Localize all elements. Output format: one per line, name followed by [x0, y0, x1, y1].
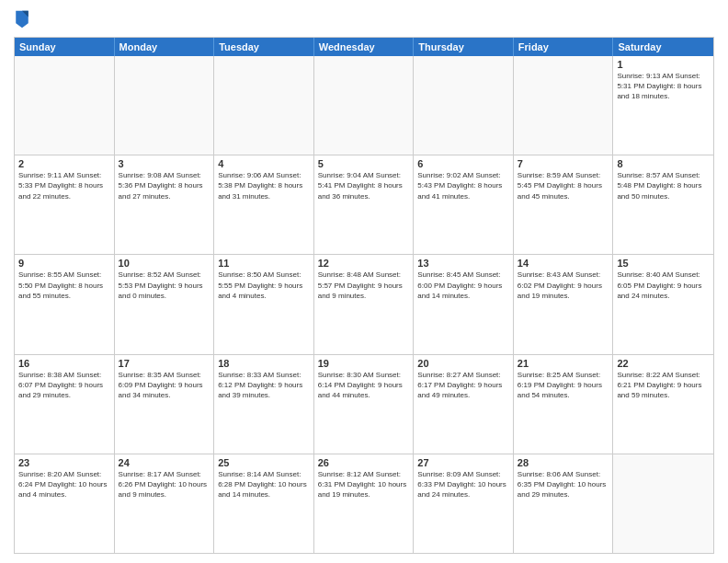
day-number: 19	[318, 358, 410, 369]
weekday-header-tuesday: Tuesday	[214, 38, 314, 56]
day-number: 21	[518, 358, 609, 369]
day-info: Sunrise: 8:52 AM Sunset: 5:53 PM Dayligh…	[119, 270, 210, 301]
calendar-row-1: 1Sunrise: 9:13 AM Sunset: 5:31 PM Daylig…	[15, 56, 713, 155]
calendar-day-18: 18Sunrise: 8:33 AM Sunset: 6:12 PM Dayli…	[214, 355, 314, 454]
day-number: 24	[119, 457, 210, 468]
day-info: Sunrise: 9:04 AM Sunset: 5:41 PM Dayligh…	[318, 170, 410, 201]
weekday-header-wednesday: Wednesday	[314, 38, 415, 56]
day-info: Sunrise: 8:27 AM Sunset: 6:17 PM Dayligh…	[417, 370, 509, 401]
day-info: Sunrise: 8:30 AM Sunset: 6:14 PM Dayligh…	[318, 370, 410, 401]
day-number: 13	[417, 258, 509, 269]
calendar-empty-cell	[314, 56, 415, 155]
weekday-header-thursday: Thursday	[414, 38, 514, 56]
calendar-day-3: 3Sunrise: 9:08 AM Sunset: 5:36 PM Daylig…	[115, 155, 215, 254]
day-info: Sunrise: 9:13 AM Sunset: 5:31 PM Dayligh…	[617, 71, 710, 102]
day-info: Sunrise: 8:48 AM Sunset: 5:57 PM Dayligh…	[318, 270, 410, 301]
calendar-day-5: 5Sunrise: 9:04 AM Sunset: 5:41 PM Daylig…	[314, 155, 415, 254]
calendar-day-14: 14Sunrise: 8:43 AM Sunset: 6:02 PM Dayli…	[514, 255, 614, 353]
day-number: 4	[218, 158, 310, 169]
day-info: Sunrise: 8:20 AM Sunset: 6:24 PM Dayligh…	[18, 469, 110, 500]
day-number: 1	[617, 59, 710, 70]
calendar-day-13: 13Sunrise: 8:45 AM Sunset: 6:00 PM Dayli…	[414, 255, 514, 353]
calendar-day-25: 25Sunrise: 8:14 AM Sunset: 6:28 PM Dayli…	[214, 454, 314, 553]
weekday-header-monday: Monday	[115, 38, 215, 56]
day-info: Sunrise: 8:25 AM Sunset: 6:19 PM Dayligh…	[518, 370, 609, 401]
calendar-row-5: 23Sunrise: 8:20 AM Sunset: 6:24 PM Dayli…	[15, 454, 713, 553]
day-number: 11	[218, 258, 310, 269]
calendar-day-9: 9Sunrise: 8:55 AM Sunset: 5:50 PM Daylig…	[15, 255, 115, 353]
calendar-day-28: 28Sunrise: 8:06 AM Sunset: 6:35 PM Dayli…	[514, 454, 614, 553]
day-number: 7	[518, 158, 609, 169]
day-info: Sunrise: 8:12 AM Sunset: 6:31 PM Dayligh…	[318, 469, 410, 500]
day-number: 28	[518, 457, 609, 468]
calendar-empty-cell	[15, 56, 115, 155]
calendar-day-22: 22Sunrise: 8:22 AM Sunset: 6:21 PM Dayli…	[613, 355, 713, 454]
day-info: Sunrise: 8:09 AM Sunset: 6:33 PM Dayligh…	[417, 469, 509, 500]
day-number: 9	[18, 258, 110, 269]
day-info: Sunrise: 8:50 AM Sunset: 5:55 PM Dayligh…	[218, 270, 310, 301]
day-number: 8	[617, 158, 710, 169]
calendar-row-3: 9Sunrise: 8:55 AM Sunset: 5:50 PM Daylig…	[15, 254, 713, 353]
day-number: 15	[617, 258, 710, 269]
day-number: 26	[318, 457, 410, 468]
day-number: 6	[417, 158, 509, 169]
calendar-day-1: 1Sunrise: 9:13 AM Sunset: 5:31 PM Daylig…	[613, 56, 713, 155]
day-number: 27	[417, 457, 509, 468]
day-info: Sunrise: 8:17 AM Sunset: 6:26 PM Dayligh…	[119, 469, 210, 500]
calendar-empty-cell	[514, 56, 614, 155]
weekday-header-friday: Friday	[514, 38, 614, 56]
day-info: Sunrise: 8:38 AM Sunset: 6:07 PM Dayligh…	[18, 370, 110, 401]
calendar-day-20: 20Sunrise: 8:27 AM Sunset: 6:17 PM Dayli…	[414, 355, 514, 454]
day-number: 17	[119, 358, 210, 369]
day-number: 10	[119, 258, 210, 269]
day-number: 5	[318, 158, 410, 169]
page: SundayMondayTuesdayWednesdayThursdayFrid…	[0, 0, 728, 563]
day-info: Sunrise: 9:11 AM Sunset: 5:33 PM Dayligh…	[18, 170, 110, 201]
logo	[14, 9, 32, 29]
day-number: 12	[318, 258, 410, 269]
weekday-header-sunday: Sunday	[15, 38, 115, 56]
calendar-day-7: 7Sunrise: 8:59 AM Sunset: 5:45 PM Daylig…	[514, 155, 614, 254]
calendar-day-26: 26Sunrise: 8:12 AM Sunset: 6:31 PM Dayli…	[314, 454, 415, 553]
calendar-day-27: 27Sunrise: 8:09 AM Sunset: 6:33 PM Dayli…	[414, 454, 514, 553]
calendar-day-2: 2Sunrise: 9:11 AM Sunset: 5:33 PM Daylig…	[15, 155, 115, 254]
calendar-day-17: 17Sunrise: 8:35 AM Sunset: 6:09 PM Dayli…	[115, 355, 215, 454]
day-info: Sunrise: 8:57 AM Sunset: 5:48 PM Dayligh…	[617, 170, 710, 201]
calendar-day-10: 10Sunrise: 8:52 AM Sunset: 5:53 PM Dayli…	[115, 255, 215, 353]
day-number: 20	[417, 358, 509, 369]
day-number: 14	[518, 258, 609, 269]
day-number: 25	[218, 457, 310, 468]
calendar-empty-cell	[613, 454, 713, 553]
day-info: Sunrise: 8:35 AM Sunset: 6:09 PM Dayligh…	[119, 370, 210, 401]
day-number: 18	[218, 358, 310, 369]
weekday-header-saturday: Saturday	[613, 38, 713, 56]
day-number: 22	[617, 358, 710, 369]
day-info: Sunrise: 8:14 AM Sunset: 6:28 PM Dayligh…	[218, 469, 310, 500]
calendar-day-6: 6Sunrise: 9:02 AM Sunset: 5:43 PM Daylig…	[414, 155, 514, 254]
day-info: Sunrise: 9:08 AM Sunset: 5:36 PM Dayligh…	[119, 170, 210, 201]
day-info: Sunrise: 8:45 AM Sunset: 6:00 PM Dayligh…	[417, 270, 509, 301]
calendar-body: 1Sunrise: 9:13 AM Sunset: 5:31 PM Daylig…	[15, 56, 713, 553]
calendar-day-24: 24Sunrise: 8:17 AM Sunset: 6:26 PM Dayli…	[115, 454, 215, 553]
day-number: 23	[18, 457, 110, 468]
calendar-day-19: 19Sunrise: 8:30 AM Sunset: 6:14 PM Dayli…	[314, 355, 415, 454]
day-info: Sunrise: 8:06 AM Sunset: 6:35 PM Dayligh…	[518, 469, 609, 500]
calendar-day-11: 11Sunrise: 8:50 AM Sunset: 5:55 PM Dayli…	[214, 255, 314, 353]
calendar-day-23: 23Sunrise: 8:20 AM Sunset: 6:24 PM Dayli…	[15, 454, 115, 553]
calendar-day-4: 4Sunrise: 9:06 AM Sunset: 5:38 PM Daylig…	[214, 155, 314, 254]
day-info: Sunrise: 9:06 AM Sunset: 5:38 PM Dayligh…	[218, 170, 310, 201]
calendar-header: SundayMondayTuesdayWednesdayThursdayFrid…	[15, 38, 713, 56]
day-number: 2	[18, 158, 110, 169]
calendar-row-2: 2Sunrise: 9:11 AM Sunset: 5:33 PM Daylig…	[15, 155, 713, 254]
day-info: Sunrise: 8:43 AM Sunset: 6:02 PM Dayligh…	[518, 270, 609, 301]
day-info: Sunrise: 9:02 AM Sunset: 5:43 PM Dayligh…	[417, 170, 509, 201]
calendar-day-15: 15Sunrise: 8:40 AM Sunset: 6:05 PM Dayli…	[613, 255, 713, 353]
calendar-day-16: 16Sunrise: 8:38 AM Sunset: 6:07 PM Dayli…	[15, 355, 115, 454]
logo-icon	[14, 9, 30, 29]
day-info: Sunrise: 8:22 AM Sunset: 6:21 PM Dayligh…	[617, 370, 710, 401]
calendar-empty-cell	[115, 56, 215, 155]
day-info: Sunrise: 8:59 AM Sunset: 5:45 PM Dayligh…	[518, 170, 609, 201]
day-info: Sunrise: 8:55 AM Sunset: 5:50 PM Dayligh…	[18, 270, 110, 301]
calendar-row-4: 16Sunrise: 8:38 AM Sunset: 6:07 PM Dayli…	[15, 354, 713, 454]
header	[14, 9, 714, 29]
